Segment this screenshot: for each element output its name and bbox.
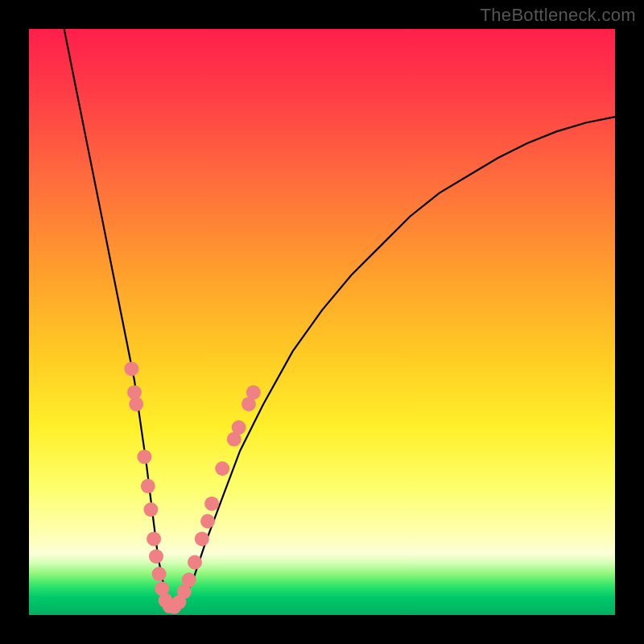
- data-point: [195, 531, 209, 546]
- chart-frame: TheBottleneck.com: [0, 0, 644, 644]
- data-point: [188, 555, 202, 570]
- data-point: [182, 572, 196, 587]
- data-point: [129, 397, 143, 411]
- data-point: [143, 502, 158, 517]
- data-point: [215, 461, 229, 476]
- data-points: [124, 361, 260, 614]
- data-point: [137, 449, 151, 464]
- data-point: [204, 497, 219, 511]
- data-point: [232, 420, 246, 435]
- data-point: [152, 567, 167, 581]
- data-point: [200, 514, 215, 529]
- bottleneck-curve: [64, 29, 615, 603]
- data-point: [147, 531, 161, 546]
- chart-svg: [29, 29, 615, 615]
- watermark-text: TheBottleneck.com: [481, 5, 636, 26]
- plot-area: [29, 29, 615, 615]
- data-point: [149, 549, 163, 564]
- data-point: [141, 479, 155, 493]
- data-point: [246, 385, 261, 399]
- data-point: [124, 361, 138, 376]
